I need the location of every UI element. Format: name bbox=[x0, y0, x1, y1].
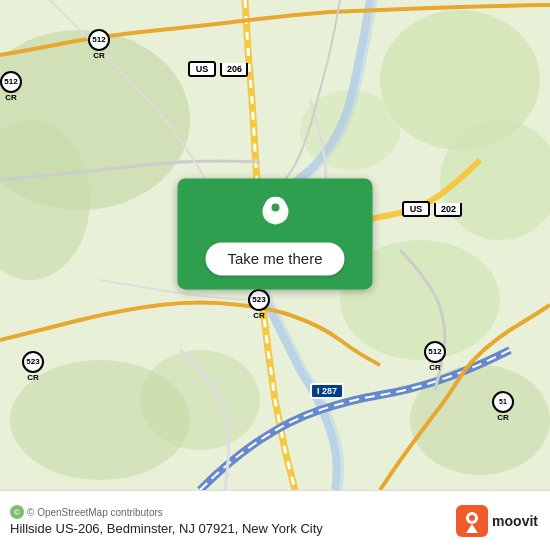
road-shield-cr51-right: 51 CR bbox=[492, 390, 514, 422]
moovit-text: moovit bbox=[492, 513, 538, 529]
osm-credit: © © OpenStreetMap contributors bbox=[10, 505, 323, 519]
take-me-there-overlay: Take me there bbox=[177, 178, 372, 289]
road-shield-i287: I 287 bbox=[310, 380, 344, 399]
green-action-box: Take me there bbox=[177, 178, 372, 289]
road-shield-cr523-mid: 523 CR bbox=[248, 288, 270, 320]
map-container: 512 CR 512 CR US 206 US 202 523 CR 523 C… bbox=[0, 0, 550, 490]
road-shield-cr512-left: 512 CR bbox=[0, 70, 22, 102]
svg-point-12 bbox=[271, 203, 279, 211]
location-label: Hillside US-206, Bedminster, NJ 07921, N… bbox=[10, 521, 323, 536]
road-shield-us202: US 202 bbox=[402, 198, 462, 217]
road-shield-cr523-left: 523 CR bbox=[22, 350, 44, 382]
svg-point-15 bbox=[469, 515, 475, 521]
location-pin-icon bbox=[256, 196, 294, 234]
svg-point-8 bbox=[140, 350, 260, 450]
moovit-logo: moovit bbox=[456, 505, 538, 537]
bottom-bar: © © OpenStreetMap contributors Hillside … bbox=[0, 490, 550, 550]
road-shield-cr512-right: 512 CR bbox=[424, 340, 446, 372]
road-shield-us206: US 206 bbox=[188, 58, 248, 77]
osm-credit-text: © OpenStreetMap contributors bbox=[27, 507, 163, 518]
bottom-left-info: © © OpenStreetMap contributors Hillside … bbox=[10, 505, 323, 536]
osm-logo: © bbox=[10, 505, 24, 519]
moovit-icon bbox=[456, 505, 488, 537]
road-shield-cr512-top: 512 CR bbox=[88, 28, 110, 60]
take-me-there-button[interactable]: Take me there bbox=[205, 242, 344, 275]
